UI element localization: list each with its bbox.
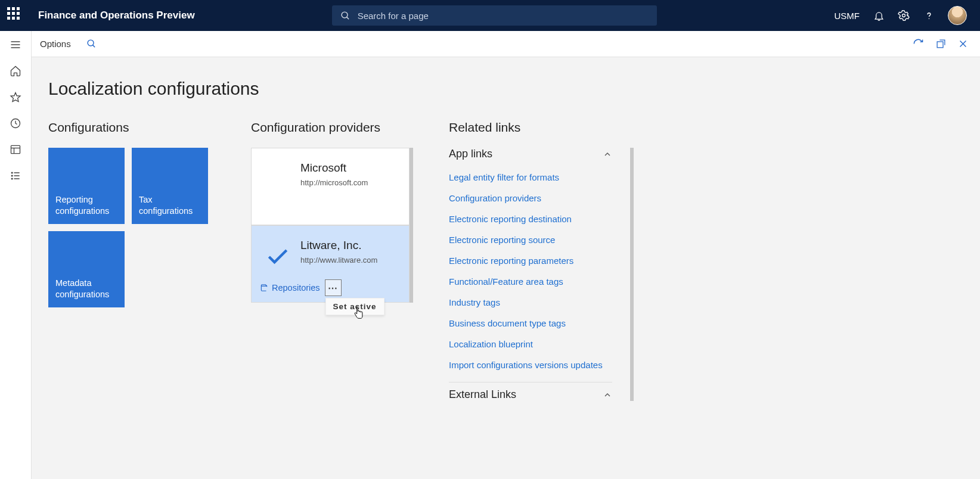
link-configuration-providers[interactable]: Configuration providers (449, 193, 612, 203)
provider-url: http://www.litware.com (300, 256, 401, 265)
providers-column: Configuration providers Microsoft http:/… (251, 120, 413, 303)
check-icon (265, 244, 291, 272)
popout-icon[interactable] (936, 38, 946, 49)
link-er-source[interactable]: Electronic reporting source (449, 235, 612, 245)
external-links-header[interactable]: External Links (449, 388, 612, 401)
repositories-link[interactable]: Repositories (260, 283, 320, 293)
repositories-label: Repositories (272, 283, 320, 293)
link-legal-entity-filter[interactable]: Legal entity filter for formats (449, 172, 612, 182)
favorites-icon[interactable] (9, 91, 22, 104)
modules-icon[interactable] (9, 169, 22, 182)
entity-selector[interactable]: USMF (835, 11, 860, 21)
provider-card-litware[interactable]: Litware, Inc. http://www.litware.com Rep… (251, 225, 410, 303)
notifications-icon[interactable] (873, 10, 885, 21)
filter-search-icon[interactable] (86, 39, 97, 49)
search-input[interactable]: Search for a page (332, 5, 657, 26)
provider-card-microsoft[interactable]: Microsoft http://microsoft.com (251, 148, 410, 225)
svg-rect-8 (11, 145, 20, 153)
link-document-type-tags[interactable]: Business document type tags (449, 318, 612, 328)
user-avatar[interactable] (948, 6, 967, 25)
home-icon[interactable] (9, 64, 22, 77)
tile-reporting-configurations[interactable]: Reporting configurations (48, 148, 125, 224)
app-links-list: Legal entity filter for formats Configur… (449, 167, 612, 370)
search-icon (340, 11, 351, 21)
tile-label: Metadata configurations (55, 278, 117, 300)
related-links-column: Related links App links Legal entity fil… (449, 120, 634, 408)
chevron-up-icon (603, 390, 612, 400)
options-menu[interactable]: Options (40, 39, 71, 49)
chevron-up-icon (603, 150, 612, 159)
link-feature-area-tags[interactable]: Functional/Feature area tags (449, 276, 612, 287)
svg-point-11 (11, 172, 13, 173)
close-icon[interactable] (958, 38, 968, 49)
page-title: Localization configurations (48, 79, 963, 99)
provider-name: Litware, Inc. (300, 239, 401, 252)
search-placeholder: Search for a page (358, 11, 429, 21)
recent-icon[interactable] (9, 117, 22, 130)
action-bar: Options (32, 31, 980, 57)
tile-metadata-configurations[interactable]: Metadata configurations (48, 231, 125, 307)
hamburger-icon[interactable] (9, 38, 22, 51)
svg-point-2 (903, 14, 905, 17)
provider-url: http://microsoft.com (300, 178, 401, 187)
svg-point-15 (11, 178, 13, 179)
providers-heading: Configuration providers (251, 120, 413, 135)
external-links-label: External Links (449, 388, 516, 401)
svg-point-13 (11, 175, 13, 176)
configurations-heading: Configurations (48, 120, 215, 135)
app-links-header[interactable]: App links (449, 148, 612, 160)
provider-name: Microsoft (300, 161, 401, 175)
tile-label: Reporting configurations (55, 194, 117, 217)
svg-line-18 (92, 45, 95, 48)
repositories-icon (260, 284, 268, 292)
related-links-heading: Related links (449, 120, 634, 135)
app-title: Finance and Operations Preview (38, 10, 195, 21)
link-industry-tags[interactable]: Industry tags (449, 297, 612, 307)
section-divider (449, 382, 612, 382)
nav-right: USMF (835, 6, 967, 25)
svg-point-17 (88, 40, 94, 46)
workspaces-icon[interactable] (9, 143, 22, 156)
refresh-icon[interactable] (913, 38, 924, 49)
app-launcher-icon[interactable] (7, 7, 24, 24)
svg-point-0 (342, 12, 348, 18)
gear-icon[interactable] (898, 10, 910, 21)
configurations-column: Configurations Reporting configurations … (48, 120, 215, 307)
svg-point-3 (928, 18, 929, 19)
link-localization-blueprint[interactable]: Localization blueprint (449, 339, 612, 349)
svg-line-1 (346, 17, 349, 19)
svg-rect-19 (937, 42, 943, 48)
page-content: Localization configurations Configuratio… (32, 57, 980, 479)
link-import-config-updates[interactable]: Import configurations versions updates (449, 360, 612, 370)
link-er-parameters[interactable]: Electronic reporting parameters (449, 256, 612, 266)
top-nav: Finance and Operations Preview Search fo… (0, 0, 980, 31)
tile-tax-configurations[interactable]: Tax configurations (132, 148, 208, 224)
ellipsis-icon: ⋯ (328, 282, 338, 294)
help-icon[interactable] (923, 10, 935, 21)
tile-label: Tax configurations (139, 194, 201, 217)
more-tooltip[interactable]: Set active (325, 298, 384, 315)
link-er-destination[interactable]: Electronic reporting destination (449, 214, 612, 224)
app-links-label: App links (449, 148, 492, 160)
left-nav-rail (0, 31, 32, 479)
more-actions-button[interactable]: ⋯ Set active (325, 279, 342, 296)
